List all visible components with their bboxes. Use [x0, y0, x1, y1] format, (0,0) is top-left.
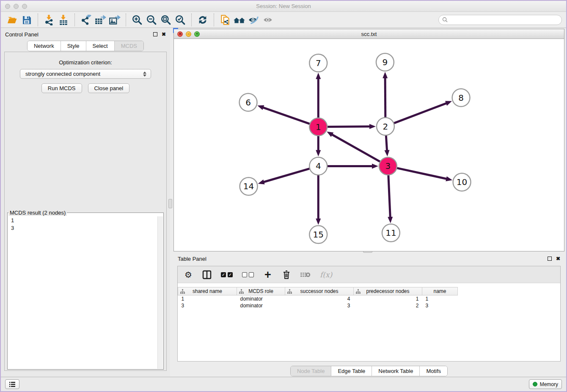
- search-icon: [442, 17, 448, 22]
- export-table-icon[interactable]: [93, 14, 107, 26]
- column-header-name[interactable]: name: [422, 287, 458, 295]
- first-neighbors-icon[interactable]: [232, 14, 247, 26]
- table-cell[interactable]: 2: [354, 302, 422, 309]
- table-cell[interactable]: 3: [422, 302, 458, 309]
- add-icon[interactable]: +: [263, 270, 272, 280]
- graph-node-9[interactable]: 9: [376, 53, 394, 71]
- table-cell[interactable]: 1: [354, 295, 422, 302]
- memory-button-label: Memory: [540, 381, 558, 387]
- zoom-in-icon[interactable]: [130, 14, 144, 26]
- graph-edge-3-11[interactable]: [388, 174, 391, 217]
- memory-status-icon: [533, 382, 537, 386]
- graph-node-6[interactable]: 6: [239, 94, 257, 111]
- graph-node-7[interactable]: 7: [309, 54, 327, 72]
- deselect-all-icon[interactable]: [242, 270, 254, 280]
- float-panel-icon[interactable]: [153, 32, 157, 36]
- graph-node-2[interactable]: 2: [377, 118, 394, 135]
- graph-node-14[interactable]: 14: [240, 177, 258, 195]
- table-cell[interactable]: 1: [422, 295, 458, 302]
- mcds-result-text[interactable]: 13: [8, 217, 162, 368]
- zoom-selected-icon[interactable]: [173, 14, 187, 26]
- graph-edge-3-1[interactable]: [332, 135, 381, 162]
- optimization-criterion-select[interactable]: strongly connected component: [20, 69, 151, 79]
- graph-edge-2-3[interactable]: [386, 135, 387, 151]
- tab-select[interactable]: Select: [86, 41, 115, 51]
- network-window-titlebar[interactable]: scc.txt ✕ − +: [174, 29, 564, 39]
- table-cell[interactable]: 4: [285, 295, 354, 302]
- hide-selected-icon[interactable]: [247, 14, 261, 26]
- zoom-fit-icon[interactable]: [159, 14, 173, 26]
- table-cell[interactable]: 3: [178, 302, 237, 309]
- column-type-icon: [180, 289, 185, 294]
- close-panel-button[interactable]: Close panel: [88, 83, 130, 93]
- mcds-result-line: 1: [8, 217, 162, 224]
- maximize-network-icon[interactable]: +: [194, 31, 200, 37]
- export-network-icon[interactable]: [79, 14, 93, 26]
- column-header-predecessor-nodes[interactable]: predecessor nodes: [354, 287, 422, 295]
- delete-icon[interactable]: [282, 270, 291, 280]
- import-network-icon[interactable]: [42, 14, 56, 26]
- graph-node-11[interactable]: 11: [382, 224, 400, 242]
- export-image-icon[interactable]: [107, 14, 122, 26]
- minimize-network-icon[interactable]: −: [186, 31, 191, 37]
- graph-node-15[interactable]: 15: [309, 226, 327, 243]
- toolbar-separator: [38, 14, 38, 26]
- tab-style[interactable]: Style: [61, 41, 86, 51]
- tab-network[interactable]: Network: [28, 41, 61, 51]
- float-panel-icon[interactable]: [548, 257, 552, 261]
- scrollbar[interactable]: [157, 216, 163, 369]
- graph-edge-1-6[interactable]: [263, 108, 311, 124]
- table-row[interactable]: 1dominator411: [178, 295, 458, 302]
- graph-node-label: 8: [458, 93, 464, 103]
- tab-mcds[interactable]: MCDS: [115, 41, 143, 51]
- graph-edge-2-8[interactable]: [393, 103, 446, 124]
- run-mcds-button[interactable]: Run MCDS: [41, 83, 82, 93]
- graph-node-1[interactable]: 1: [309, 118, 327, 136]
- graph-node-label: 15: [313, 229, 324, 240]
- tab-node-table[interactable]: Node Table: [291, 366, 332, 376]
- graph-edge-2-9[interactable]: [385, 78, 385, 119]
- tab-motifs[interactable]: Motifs: [420, 366, 447, 376]
- columns-icon[interactable]: [202, 270, 212, 280]
- graph-node-10[interactable]: 10: [453, 173, 471, 191]
- graph-node-4[interactable]: 4: [309, 157, 327, 175]
- tab-edge-table[interactable]: Edge Table: [331, 366, 372, 376]
- gear-icon[interactable]: ⚙: [184, 270, 193, 280]
- save-session-icon[interactable]: [19, 14, 34, 26]
- import-table-icon[interactable]: [56, 14, 71, 26]
- graph-node-3[interactable]: 3: [379, 157, 397, 175]
- graph-node-label: 2: [383, 121, 388, 132]
- column-header-successor-nodes[interactable]: successor nodes: [285, 287, 354, 295]
- table-cell[interactable]: dominator: [237, 302, 285, 309]
- network-canvas[interactable]: 7968124314101511: [174, 39, 564, 251]
- graph-edge-3-10[interactable]: [396, 168, 446, 179]
- table-cell[interactable]: dominator: [237, 295, 285, 302]
- select-all-icon[interactable]: ✓✓: [221, 270, 233, 280]
- open-session-icon[interactable]: [5, 14, 19, 26]
- toolbar-separator: [191, 14, 192, 26]
- graph-edge-4-14[interactable]: [264, 168, 311, 182]
- search-input[interactable]: [450, 17, 558, 23]
- column-header-shared-name[interactable]: shared name: [178, 287, 237, 295]
- zoom-out-icon[interactable]: [144, 14, 159, 26]
- control-panel: Control Panel ✖ NetworkStyleSelectMCDS O…: [1, 28, 170, 377]
- graph-node-8[interactable]: 8: [452, 89, 470, 107]
- search-field[interactable]: [438, 15, 562, 25]
- duplicate-network-icon[interactable]: [218, 14, 232, 26]
- close-network-icon[interactable]: ✕: [177, 31, 183, 37]
- table-cell[interactable]: 3: [285, 302, 354, 309]
- refresh-icon[interactable]: [195, 14, 210, 26]
- graph-edge-1-2[interactable]: [326, 127, 370, 127]
- column-header-MCDS-role[interactable]: MCDS role: [237, 287, 285, 295]
- vertical-splitter-handle[interactable]: [168, 199, 172, 208]
- tab-network-table[interactable]: Network Table: [372, 366, 420, 376]
- graph-node-label: 7: [316, 58, 321, 68]
- table-cell[interactable]: 1: [178, 295, 237, 302]
- close-panel-icon[interactable]: ✖: [556, 257, 560, 261]
- table-row[interactable]: 3dominator323: [178, 302, 458, 309]
- column-type-icon: [239, 289, 244, 294]
- close-panel-icon[interactable]: ✖: [162, 32, 166, 36]
- memory-button[interactable]: Memory: [529, 379, 562, 389]
- task-history-button[interactable]: [5, 379, 19, 389]
- network-graph[interactable]: 7968124314101511: [174, 39, 564, 251]
